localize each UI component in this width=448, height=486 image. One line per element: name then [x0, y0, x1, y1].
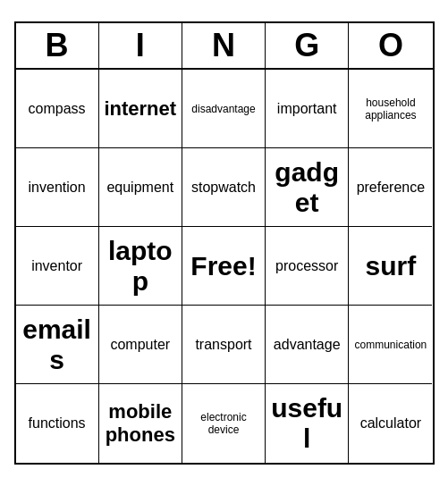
- bingo-cell-20: functions: [16, 384, 99, 463]
- bingo-cell-text-23: useful: [269, 393, 344, 454]
- bingo-cell-text-20: functions: [29, 415, 86, 432]
- bingo-cell-17: transport: [182, 306, 266, 384]
- bingo-header: BINGO: [16, 23, 433, 70]
- bingo-cell-22: electronic device: [182, 384, 266, 463]
- header-letter-b: B: [16, 23, 99, 68]
- bingo-cell-text-22: electronic device: [186, 411, 261, 436]
- bingo-cell-text-17: transport: [195, 337, 251, 353]
- bingo-cell-text-11: laptop: [103, 236, 178, 297]
- bingo-cell-14: surf: [349, 227, 432, 306]
- bingo-cell-4: household appliances: [349, 70, 432, 148]
- bingo-cell-text-24: calculator: [360, 415, 421, 432]
- bingo-cell-18: advantage: [266, 306, 349, 384]
- bingo-cell-5: invention: [16, 148, 99, 227]
- bingo-cell-10: inventor: [16, 227, 99, 306]
- bingo-card: BINGO compassinternetdisadvantageimporta…: [14, 21, 435, 465]
- bingo-cell-9: preference: [349, 148, 432, 227]
- bingo-cell-7: stopwatch: [182, 148, 266, 227]
- bingo-cell-2: disadvantage: [182, 70, 266, 148]
- bingo-cell-text-13: processor: [275, 258, 338, 274]
- bingo-cell-16: computer: [99, 306, 182, 384]
- bingo-grid: compassinternetdisadvantageimportanthous…: [16, 70, 433, 463]
- header-letter-g: G: [266, 23, 349, 68]
- bingo-cell-text-12: Free!: [190, 251, 256, 281]
- bingo-cell-21: mobile phones: [99, 384, 182, 463]
- bingo-cell-text-21: mobile phones: [103, 400, 178, 447]
- bingo-cell-text-18: advantage: [274, 337, 341, 353]
- bingo-cell-text-19: communication: [355, 339, 427, 351]
- bingo-cell-text-4: household appliances: [352, 96, 428, 122]
- bingo-cell-0: compass: [16, 70, 99, 148]
- bingo-cell-23: useful: [266, 384, 349, 463]
- bingo-cell-text-9: preference: [357, 180, 426, 196]
- header-letter-n: N: [182, 23, 266, 68]
- bingo-cell-text-10: inventor: [31, 258, 82, 274]
- bingo-cell-text-1: internet: [104, 97, 176, 121]
- bingo-cell-15: emails: [16, 306, 99, 384]
- bingo-cell-text-0: compass: [29, 101, 86, 117]
- bingo-cell-6: equipment: [99, 148, 182, 227]
- bingo-cell-text-15: emails: [20, 314, 95, 375]
- bingo-cell-13: processor: [266, 227, 349, 306]
- bingo-cell-text-2: disadvantage: [191, 103, 255, 115]
- bingo-cell-text-5: invention: [29, 180, 86, 196]
- bingo-cell-text-14: surf: [366, 251, 417, 281]
- bingo-cell-19: communication: [349, 306, 432, 384]
- bingo-cell-text-16: computer: [110, 337, 170, 353]
- bingo-cell-text-8: gadget: [269, 157, 344, 218]
- bingo-cell-8: gadget: [266, 148, 349, 227]
- bingo-cell-1: internet: [99, 70, 182, 148]
- bingo-cell-text-7: stopwatch: [191, 180, 256, 196]
- bingo-cell-3: important: [266, 70, 349, 148]
- bingo-cell-text-3: important: [277, 101, 337, 117]
- header-letter-i: I: [99, 23, 182, 68]
- bingo-cell-11: laptop: [99, 227, 182, 306]
- bingo-cell-12: Free!: [182, 227, 266, 306]
- bingo-cell-text-6: equipment: [106, 180, 173, 196]
- header-letter-o: O: [349, 23, 432, 68]
- bingo-cell-24: calculator: [349, 384, 432, 463]
